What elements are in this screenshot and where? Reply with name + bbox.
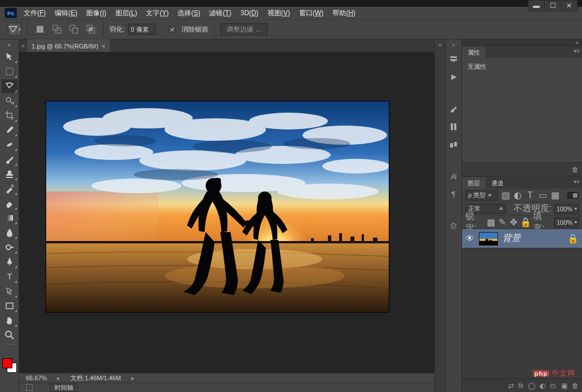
layer-thumbnail[interactable]: [479, 232, 498, 246]
lock-pos-icon[interactable]: ✥: [509, 218, 518, 227]
filter-kind-select[interactable]: ρ 类型≑: [465, 190, 498, 201]
filter-adjust-icon[interactable]: ◐: [513, 191, 523, 200]
svg-point-31: [322, 159, 389, 173]
actions-panel-icon[interactable]: [447, 70, 460, 84]
blur-tool[interactable]: [2, 226, 17, 239]
properties-tab[interactable]: 属性: [462, 47, 486, 58]
panel-collapse-icon[interactable]: »: [462, 39, 582, 45]
minimize-button[interactable]: ▬: [528, 0, 545, 11]
dodge-tool[interactable]: [2, 240, 17, 254]
group-icon[interactable]: 🗀: [550, 382, 557, 390]
menu-h[interactable]: 帮助(H): [328, 7, 360, 19]
layer-filter-row: ρ 类型≑ ▧ ◐ T ▭ ▦: [462, 189, 582, 202]
paragraph-panel-icon[interactable]: ¶: [447, 188, 460, 201]
move-tool[interactable]: [2, 50, 17, 64]
filter-toggle[interactable]: [567, 192, 579, 199]
gradient-tool[interactable]: [2, 211, 17, 225]
tool-preset-button[interactable]: ▾: [8, 23, 21, 36]
fill-input[interactable]: 100%▾: [554, 217, 579, 228]
panel-menu-icon[interactable]: ▾≡: [574, 179, 580, 185]
brush-tool[interactable]: [2, 153, 17, 166]
path-select-tool[interactable]: [2, 284, 17, 298]
tab-expand-icon[interactable]: »: [19, 39, 27, 52]
opacity-input[interactable]: 100%▾: [554, 204, 579, 214]
quick-select-tool[interactable]: [2, 94, 17, 108]
eyedropper-tool[interactable]: [2, 123, 17, 137]
filter-type-icon[interactable]: T: [525, 191, 535, 200]
shape-tool[interactable]: [2, 299, 17, 313]
channels-tab[interactable]: 通道: [486, 177, 509, 189]
svg-rect-56: [454, 142, 457, 146]
hand-tool[interactable]: [2, 314, 17, 327]
clone-source-icon[interactable]: [447, 138, 460, 152]
menu-l[interactable]: 图层(L): [111, 7, 142, 19]
document-tab[interactable]: 1.jpg @ 66.7%(RGB/8#) ×: [27, 39, 110, 52]
type-tool[interactable]: T: [2, 270, 17, 283]
foreground-color-swatch[interactable]: [2, 358, 12, 368]
options-bar: ▾ 羽化: ✔ 消除锯齿 调整边缘 ...: [0, 19, 582, 39]
svg-point-13: [11, 185, 14, 187]
menu-s[interactable]: 选择(S): [173, 7, 205, 19]
layer-name[interactable]: 背景: [503, 233, 521, 244]
panel-menu-icon[interactable]: ▾≡: [574, 48, 580, 54]
lock-trans-icon[interactable]: ▩: [486, 218, 495, 227]
history-brush-tool[interactable]: [2, 182, 17, 195]
tab-close-icon[interactable]: ×: [102, 43, 105, 50]
eraser-tool[interactable]: [2, 197, 17, 210]
layer-row[interactable]: 👁 背景 🔒: [462, 229, 582, 248]
maximize-button[interactable]: ☐: [544, 0, 561, 11]
selection-add-icon[interactable]: [50, 23, 64, 36]
crop-tool[interactable]: [2, 109, 17, 122]
character-panel-icon[interactable]: A: [447, 170, 460, 183]
quickmask-icon[interactable]: [26, 384, 33, 391]
brush-presets-icon[interactable]: [447, 120, 460, 133]
menu-e[interactable]: 编辑(E): [50, 7, 82, 19]
feather-input[interactable]: [128, 24, 156, 35]
new-layer-icon[interactable]: ▣: [561, 382, 567, 390]
zoom-tool[interactable]: [2, 328, 17, 342]
menu-d[interactable]: 3D(D): [236, 7, 263, 19]
menu-i[interactable]: 图像(I): [82, 7, 110, 19]
document-image[interactable]: [46, 101, 389, 312]
lasso-tool[interactable]: [2, 79, 17, 93]
layer-mask-icon[interactable]: ◯: [528, 382, 535, 390]
filter-pixel-icon[interactable]: ▧: [500, 191, 510, 200]
adjustment-layer-icon[interactable]: ◐: [540, 382, 545, 390]
trash-icon[interactable]: 🗑: [572, 166, 579, 173]
menu-t[interactable]: 滤镜(T): [205, 7, 236, 19]
timeline-button[interactable]: 时间轴: [50, 384, 78, 392]
layers-tab[interactable]: 图层: [462, 177, 486, 189]
pen-tool[interactable]: [2, 255, 17, 269]
close-button[interactable]: ✕: [561, 0, 577, 11]
panel-dock-strip[interactable]: «: [434, 39, 446, 392]
selection-new-icon[interactable]: [33, 23, 47, 36]
brush-panel-icon[interactable]: [447, 102, 460, 115]
color-swatch[interactable]: [1, 357, 18, 374]
stamp-tool[interactable]: [2, 167, 17, 181]
layer-fx-icon[interactable]: fx: [518, 382, 523, 390]
zoom-readout[interactable]: 66.67%: [26, 375, 47, 381]
tools-presets-icon[interactable]: [447, 219, 460, 233]
marquee-tool[interactable]: [2, 65, 17, 78]
toolbox-expand-icon[interactable]: »: [8, 42, 11, 50]
layer-list[interactable]: 👁 背景 🔒: [462, 229, 582, 378]
menu-v[interactable]: 视图(V): [263, 7, 295, 19]
menu-w[interactable]: 窗口(W): [295, 7, 328, 19]
visibility-icon[interactable]: 👁: [465, 234, 474, 244]
lock-paint-icon[interactable]: ✎: [497, 218, 507, 227]
menu-y[interactable]: 文字(Y): [141, 7, 173, 19]
selection-intersect-icon[interactable]: [84, 23, 97, 36]
selection-subtract-icon[interactable]: [67, 23, 81, 36]
filter-smart-icon[interactable]: ▦: [550, 191, 560, 200]
lock-all-icon[interactable]: 🔒: [521, 218, 531, 227]
healing-tool[interactable]: [2, 138, 17, 152]
history-panel-icon[interactable]: [447, 52, 460, 66]
filter-shape-icon[interactable]: ▭: [537, 191, 548, 200]
refine-edge-button[interactable]: 调整边缘 ...: [220, 23, 267, 35]
menu-f[interactable]: 文件(F): [19, 7, 50, 19]
delete-layer-icon[interactable]: 🗑: [572, 382, 579, 390]
link-layers-icon[interactable]: ⇄: [508, 382, 514, 390]
svg-rect-55: [450, 143, 453, 148]
canvas-area[interactable]: [19, 52, 434, 373]
antialias-checkbox[interactable]: ✔: [168, 26, 176, 33]
